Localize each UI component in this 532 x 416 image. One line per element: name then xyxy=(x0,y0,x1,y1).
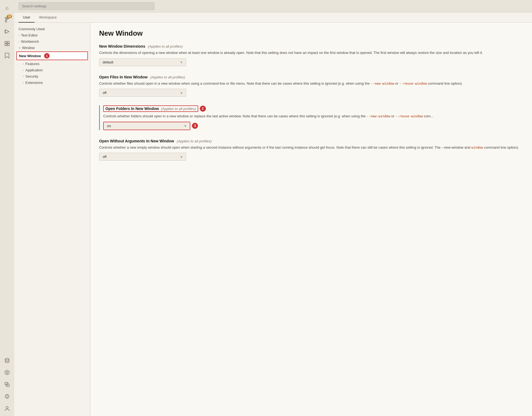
new-window-label: New Window xyxy=(19,54,41,58)
svg-point-13 xyxy=(5,370,9,375)
extensions-label: Extensions xyxy=(25,81,43,85)
svg-point-16 xyxy=(6,383,7,384)
activity-bar: ⌕ 28 xyxy=(0,0,14,416)
python-icon[interactable] xyxy=(2,379,13,390)
sidebar-item-security[interactable]: › Security xyxy=(14,73,90,79)
svg-rect-8 xyxy=(5,41,7,43)
search-input[interactable] xyxy=(19,2,155,10)
source-control-badge: 28 xyxy=(7,15,12,18)
setting-select-open-files[interactable]: off ∨ xyxy=(99,89,186,97)
search-icon[interactable]: ⌕ xyxy=(2,2,13,13)
tab-workspace[interactable]: Workspace xyxy=(35,13,61,23)
dropdown-arrow-icon: ∨ xyxy=(180,91,183,95)
svg-point-2 xyxy=(5,20,7,22)
step-badge-3: 3 xyxy=(192,123,198,129)
svg-rect-10 xyxy=(5,44,7,46)
setting-new-window-dimensions: New Window Dimensions (Applies to all pr… xyxy=(99,44,523,66)
select-value-open-folders: on xyxy=(107,124,111,128)
chevron-right-icon: › xyxy=(23,81,24,84)
setting-description-open-folders: Controls whether folders should open in … xyxy=(103,114,523,119)
setting-label-dimensions: New Window Dimensions (Applies to all pr… xyxy=(99,44,523,48)
chevron-right-icon: › xyxy=(23,62,24,65)
step-badge-1: 1 xyxy=(44,53,50,59)
setting-name-dimensions: New Window Dimensions xyxy=(99,44,145,48)
select-value-open-files: off xyxy=(103,91,106,95)
security-label: Security xyxy=(25,74,38,78)
chevron-down-icon: ∨ xyxy=(19,46,20,49)
setting-select-open-folders[interactable]: on ∨ xyxy=(103,122,190,130)
database-icon[interactable] xyxy=(2,355,13,366)
setting-label-open-without-args: Open Without Arguments In New Window (Ap… xyxy=(99,139,523,143)
run-debug-icon[interactable] xyxy=(2,26,13,37)
svg-point-0 xyxy=(5,17,7,19)
setting-name-open-folders: Open Folders In New Window xyxy=(105,106,159,111)
features-label: Features xyxy=(25,62,39,66)
source-control-icon[interactable]: 28 xyxy=(2,14,13,25)
account-icon[interactable] xyxy=(2,403,13,414)
svg-point-17 xyxy=(8,386,8,386)
tabs-bar: User Workspace xyxy=(14,13,532,23)
dropdown-arrow-icon: ∨ xyxy=(184,124,186,128)
main-content: User Workspace Commonly Used › Text Edit… xyxy=(14,0,532,416)
setting-description-open-files: Controls whether files should open in a … xyxy=(99,81,523,86)
step-badge-2: 2 xyxy=(200,106,206,112)
setting-description-dimensions: Controls the dimensions of opening a new… xyxy=(99,50,523,56)
workbench-label: Workbench xyxy=(21,39,39,44)
setting-select-open-without-args[interactable]: off ∨ xyxy=(99,153,186,161)
search-bar xyxy=(14,0,532,13)
setting-applies-dimensions: (Applies to all profiles) xyxy=(148,44,183,48)
commonly-used-label: Commonly Used xyxy=(19,27,45,31)
setting-applies-open-files: (Applies to all profiles) xyxy=(150,75,185,79)
settings-sidebar: Commonly Used › Text Editor › Workbench … xyxy=(14,23,90,416)
chevron-right-icon: › xyxy=(19,34,19,37)
sidebar-item-window[interactable]: ∨ Window xyxy=(14,45,90,51)
setting-description-open-without-args: Controls whether a new empty window shou… xyxy=(99,145,523,150)
page-title: New Window xyxy=(99,29,523,38)
setting-open-folders: Open Folders In New Window (Applies to a… xyxy=(99,105,523,130)
dropdown-arrow-icon: ∨ xyxy=(180,60,183,64)
extensions-icon[interactable] xyxy=(2,38,13,49)
dropdown-arrow-icon: ∨ xyxy=(180,155,183,159)
setting-name-open-without-args: Open Without Arguments In New Window xyxy=(99,139,174,143)
bookmarks-icon[interactable] xyxy=(2,50,13,61)
setting-applies-open-folders: (Applies to all profiles) xyxy=(161,107,196,111)
select-value-dimensions: default xyxy=(103,60,113,64)
content-area: Commonly Used › Text Editor › Workbench … xyxy=(14,23,532,416)
application-label: Application xyxy=(25,68,43,72)
sidebar-item-text-editor[interactable]: › Text Editor xyxy=(14,32,90,38)
sidebar-item-extensions[interactable]: › Extensions xyxy=(14,79,90,86)
sidebar-item-features[interactable]: › Features xyxy=(14,61,90,67)
sidebar-item-commonly-used[interactable]: Commonly Used xyxy=(14,26,90,32)
sidebar-item-application[interactable]: › Application xyxy=(14,67,90,73)
chevron-right-icon: › xyxy=(19,40,19,43)
svg-point-20 xyxy=(6,406,8,409)
setting-applies-open-without-args: (Applies to all profiles) xyxy=(177,139,212,143)
setting-select-dimensions[interactable]: default ∨ xyxy=(99,58,186,66)
setting-open-without-args: Open Without Arguments In New Window (Ap… xyxy=(99,139,523,161)
svg-marker-4 xyxy=(5,30,9,33)
setting-label-open-files: Open Files In New Window (Applies to all… xyxy=(99,75,523,79)
git-icon[interactable] xyxy=(2,391,13,402)
svg-point-12 xyxy=(5,358,9,360)
window-label: Window xyxy=(22,46,35,50)
sidebar-item-workbench[interactable]: › Workbench xyxy=(14,38,90,45)
svg-rect-11 xyxy=(7,44,9,46)
settings-content: New Window New Window Dimensions (Applie… xyxy=(90,23,532,416)
setting-name-open-files: Open Files In New Window xyxy=(99,75,148,79)
sidebar-item-new-window[interactable]: New Window 1 xyxy=(16,51,88,60)
chevron-right-icon: › xyxy=(23,69,24,72)
chat-icon[interactable] xyxy=(2,367,13,378)
select-value-open-without-args: off xyxy=(103,155,106,159)
setting-open-files: Open Files In New Window (Applies to all… xyxy=(99,75,523,97)
chevron-right-icon: › xyxy=(23,75,24,78)
svg-rect-9 xyxy=(7,41,9,43)
text-editor-label: Text Editor xyxy=(21,33,38,37)
tab-user[interactable]: User xyxy=(19,13,35,23)
